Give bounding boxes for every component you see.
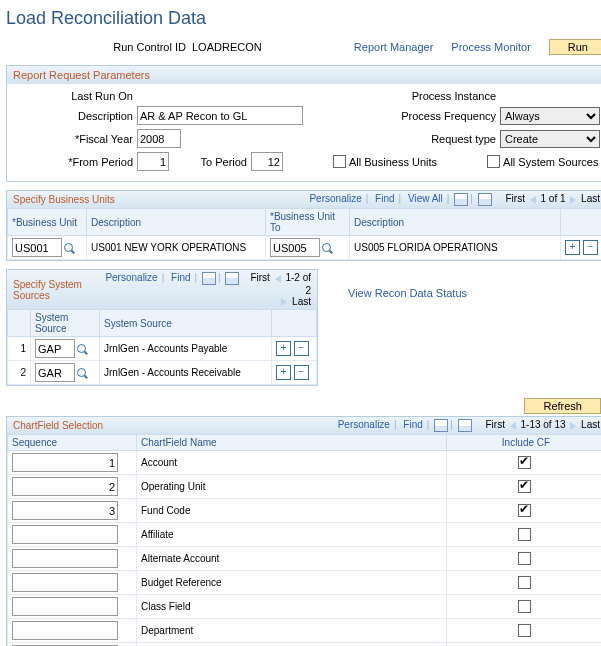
specify-system-sources-title: Specify System Sources (13, 279, 101, 301)
chartfield-name: Department (137, 619, 447, 643)
include-cf-checkbox[interactable] (518, 576, 531, 589)
description-input[interactable] (137, 106, 303, 125)
sequence-input[interactable] (12, 621, 118, 640)
all-business-units-checkbox[interactable] (333, 155, 346, 168)
cf-last-link[interactable]: Last (581, 419, 600, 430)
run-button[interactable]: Run (549, 39, 601, 55)
nav-next-icon[interactable] (570, 422, 576, 430)
cf-nav-pos: 1-13 of 13 (520, 419, 565, 430)
cf-first-link[interactable]: First (485, 419, 504, 430)
sys-first-link[interactable]: First (250, 272, 269, 283)
system-source-input[interactable] (35, 339, 75, 358)
download-icon[interactable] (478, 193, 492, 206)
nav-prev-icon[interactable] (510, 422, 516, 430)
process-monitor-link[interactable]: Process Monitor (451, 41, 530, 53)
fiscal-year-input[interactable] (137, 129, 181, 148)
sequence-input[interactable] (12, 501, 118, 520)
zoom-icon[interactable] (454, 193, 468, 206)
process-frequency-label: Process Frequency (376, 110, 500, 122)
sequence-input[interactable] (12, 477, 118, 496)
system-source-desc: JrnlGen - Accounts Payable (100, 337, 272, 361)
add-row-button[interactable]: + (276, 365, 291, 380)
chartfield-name: Fund Affiliate (137, 643, 447, 647)
specify-system-sources-section: Specify System Sources Personalize| Find… (6, 269, 318, 386)
table-row: Operating Unit (8, 475, 602, 499)
delete-row-button[interactable]: − (294, 341, 309, 356)
sys-find-link[interactable]: Find (171, 272, 190, 283)
download-icon[interactable] (225, 272, 239, 285)
sys-nav-pos: 1-2 of 2 (285, 272, 311, 296)
nav-prev-icon[interactable] (530, 196, 536, 204)
system-source-input[interactable] (35, 363, 75, 382)
chartfield-selection-section: ChartField Selection Personalize| Find| … (6, 416, 601, 646)
bu-input[interactable] (12, 238, 62, 257)
sys-personalize-link[interactable]: Personalize (105, 272, 157, 283)
lookup-icon[interactable] (77, 368, 89, 380)
nav-next-icon[interactable] (281, 298, 287, 306)
sys-col-desc: System Source (100, 310, 272, 337)
include-cf-checkbox[interactable] (518, 456, 531, 469)
cf-col-name: ChartField Name (137, 435, 447, 451)
all-system-sources-checkbox[interactable] (487, 155, 500, 168)
bu-nav-pos: 1 of 1 (541, 193, 566, 204)
delete-row-button[interactable]: − (294, 365, 309, 380)
sequence-input[interactable] (12, 525, 118, 544)
specify-business-units-section: Specify Business Units Personalize| Find… (6, 190, 601, 261)
table-row: 1JrnlGen - Accounts Payable+ − (8, 337, 317, 361)
refresh-button[interactable]: Refresh (524, 398, 601, 414)
add-row-button[interactable]: + (565, 240, 580, 255)
chartfield-name: Account (137, 451, 447, 475)
from-period-input[interactable] (137, 152, 169, 171)
run-control-id-value: LOADRECON (192, 41, 272, 53)
table-row: Affiliate (8, 523, 602, 547)
include-cf-checkbox[interactable] (518, 552, 531, 565)
to-period-label: To Period (169, 156, 251, 168)
bu-first-link[interactable]: First (505, 193, 524, 204)
business-units-grid: *Business Unit Description *Business Uni… (7, 208, 601, 260)
bu-personalize-link[interactable]: Personalize (309, 193, 361, 204)
view-recon-data-status-link[interactable]: View Recon Data Status (348, 287, 467, 299)
sequence-input[interactable] (12, 453, 118, 472)
table-row: Department (8, 619, 602, 643)
table-row: 2JrnlGen - Accounts Receivable+ − (8, 361, 317, 385)
sequence-input[interactable] (12, 573, 118, 592)
bu-to-desc: US005 FLORIDA OPERATIONS (350, 236, 561, 260)
include-cf-checkbox[interactable] (518, 624, 531, 637)
row-num: 1 (8, 337, 31, 361)
nav-next-icon[interactable] (570, 196, 576, 204)
add-row-button[interactable]: + (276, 341, 291, 356)
bu-view-all-link[interactable]: View All (408, 193, 443, 204)
table-row: Fund Code (8, 499, 602, 523)
request-type-select[interactable]: Create (500, 130, 600, 148)
bu-find-link[interactable]: Find (375, 193, 394, 204)
bu-desc: US001 NEW YORK OPERATIONS (87, 236, 266, 260)
chartfield-name: Fund Code (137, 499, 447, 523)
include-cf-checkbox[interactable] (518, 504, 531, 517)
lookup-icon[interactable] (77, 344, 89, 356)
zoom-icon[interactable] (202, 272, 216, 285)
report-manager-link[interactable]: Report Manager (354, 41, 434, 53)
to-period-input[interactable] (251, 152, 283, 171)
include-cf-checkbox[interactable] (518, 480, 531, 493)
process-frequency-select[interactable]: Always (500, 107, 600, 125)
delete-row-button[interactable]: − (583, 240, 598, 255)
cf-personalize-link[interactable]: Personalize (338, 419, 390, 430)
bu-last-link[interactable]: Last (581, 193, 600, 204)
bu-to-input[interactable] (270, 238, 320, 257)
zoom-icon[interactable] (434, 419, 448, 432)
sys-last-link[interactable]: Last (292, 296, 311, 307)
lookup-icon[interactable] (322, 243, 334, 255)
lookup-icon[interactable] (64, 243, 76, 255)
bu-col-buto: *Business Unit To (266, 209, 350, 236)
sequence-input[interactable] (12, 549, 118, 568)
page-title: Load Reconciliation Data (6, 8, 601, 29)
cf-find-link[interactable]: Find (403, 419, 422, 430)
row-num: 2 (8, 361, 31, 385)
all-business-units-label: All Business Units (349, 156, 437, 168)
chartfield-selection-title: ChartField Selection (13, 420, 103, 431)
include-cf-checkbox[interactable] (518, 528, 531, 541)
include-cf-checkbox[interactable] (518, 600, 531, 613)
sequence-input[interactable] (12, 597, 118, 616)
nav-prev-icon[interactable] (275, 275, 281, 283)
download-icon[interactable] (458, 419, 472, 432)
